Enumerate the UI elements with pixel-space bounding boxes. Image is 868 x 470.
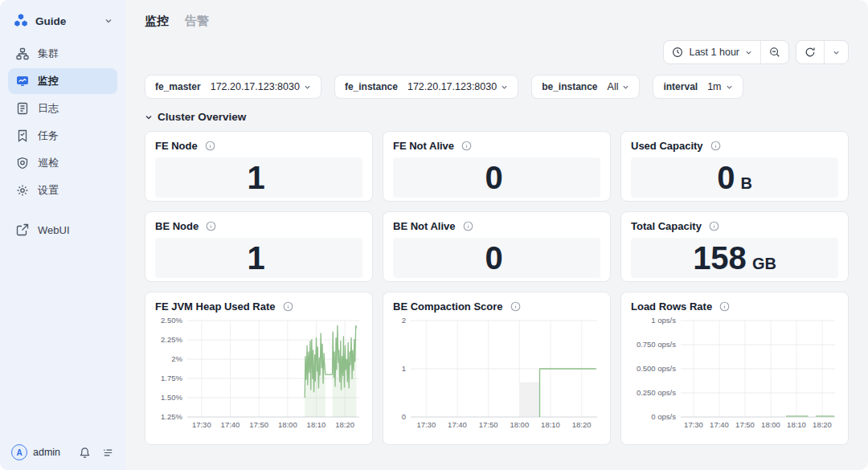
- info-icon[interactable]: [206, 221, 216, 231]
- chevron-down-icon: [304, 84, 311, 91]
- brand-row[interactable]: Guide: [6, 11, 119, 40]
- info-icon[interactable]: [461, 141, 472, 151]
- svg-text:2%: 2%: [171, 354, 182, 363]
- task-icon: [16, 129, 29, 142]
- time-range-control: Last 1 hour: [663, 40, 789, 64]
- stat-value: 158: [693, 242, 747, 274]
- tab-alerts[interactable]: 告警: [185, 14, 209, 29]
- svg-text:2.50%: 2.50%: [161, 316, 182, 325]
- zoom-out-button[interactable]: [761, 41, 788, 63]
- stat-title: Total Capacity: [631, 220, 702, 232]
- user-name[interactable]: admin: [33, 447, 79, 458]
- external-link-icon: [16, 223, 29, 236]
- stat-card-be-not-alive: BE Not Alive 0: [383, 211, 611, 282]
- filter-label: fe_instance: [345, 81, 398, 92]
- svg-text:17:40: 17:40: [221, 420, 240, 429]
- svg-text:17:30: 17:30: [416, 420, 436, 429]
- svg-text:18:00: 18:00: [510, 420, 529, 429]
- section-cluster-overview[interactable]: Cluster Overview: [145, 111, 849, 123]
- svg-text:2: 2: [402, 316, 406, 325]
- info-icon[interactable]: [205, 141, 215, 151]
- sidebar-item-inspection[interactable]: 巡检: [8, 150, 117, 176]
- svg-text:18:20: 18:20: [572, 420, 592, 429]
- fe-jvm-heap-chart[interactable]: 17:3017:4017:5018:0018:1018:202.50%2.25%…: [155, 316, 362, 435]
- time-range-button[interactable]: Last 1 hour: [664, 41, 760, 63]
- svg-text:0: 0: [402, 412, 406, 421]
- filter-label: interval: [663, 81, 698, 92]
- refresh-interval-button[interactable]: [825, 41, 848, 63]
- filter-fe-instance[interactable]: fe_instance 172.20.17.123:8030: [334, 75, 518, 99]
- stat-value: 0: [485, 242, 502, 274]
- info-icon[interactable]: [283, 301, 293, 312]
- menu-list-icon[interactable]: [102, 447, 114, 459]
- filter-value: 172.20.17.123:8030: [211, 81, 311, 92]
- sidebar-item-logs[interactable]: 日志: [8, 96, 117, 121]
- stat-title: BE Not Alive: [393, 220, 456, 232]
- stat-value: 1: [247, 242, 264, 274]
- svg-text:18:20: 18:20: [813, 420, 832, 429]
- sidebar-item-cluster[interactable]: 集群: [8, 41, 117, 67]
- refresh-control: [796, 40, 849, 64]
- svg-text:17:50: 17:50: [735, 420, 755, 429]
- svg-text:18:10: 18:10: [787, 420, 806, 429]
- chart-card-load-rows: Load Rows Rate 17:3017:4017:5018:0018:10…: [620, 292, 849, 445]
- svg-text:17:30: 17:30: [684, 420, 703, 429]
- stat-value-panel: 1: [155, 238, 362, 278]
- avatar[interactable]: A: [11, 444, 27, 460]
- svg-text:18:10: 18:10: [307, 420, 326, 429]
- stat-card-total-capacity: Total Capacity 158GB: [620, 211, 849, 282]
- info-icon[interactable]: [510, 301, 521, 312]
- sidebar-item-label: 日志: [38, 101, 59, 116]
- filter-value: 172.20.17.123:8030: [407, 81, 508, 92]
- stat-value-panel: 0B: [631, 157, 838, 198]
- svg-text:0.750 ops/s: 0.750 ops/s: [637, 340, 676, 349]
- chevron-down-icon[interactable]: [104, 17, 113, 25]
- section-title: Cluster Overview: [158, 111, 246, 123]
- cluster-icon: [16, 47, 29, 60]
- sidebar-item-label: WebUI: [38, 224, 70, 236]
- chevron-down-icon: [501, 84, 508, 91]
- svg-text:18:00: 18:00: [761, 420, 780, 429]
- svg-text:1 ops/s: 1 ops/s: [651, 316, 676, 325]
- filter-label: be_instance: [542, 81, 597, 92]
- stat-value: 0: [717, 161, 735, 194]
- bell-icon[interactable]: [79, 447, 91, 459]
- stat-title: BE Node: [155, 220, 199, 232]
- svg-text:17:40: 17:40: [710, 420, 729, 429]
- filter-fe-master[interactable]: fe_master 172.20.17.123:8030: [145, 75, 321, 99]
- chart-title: Load Rows Rate: [631, 300, 712, 313]
- chart-title: BE Compaction Score: [393, 300, 503, 313]
- be-compaction-chart[interactable]: 17:3017:4017:5018:0018:1018:20210: [393, 316, 600, 435]
- chart-card-be-compaction: BE Compaction Score 17:3017:4017:5018:00…: [383, 292, 611, 445]
- filter-interval[interactable]: interval 1m: [653, 75, 743, 99]
- toolbar: Last 1 hour: [145, 40, 849, 64]
- info-icon[interactable]: [463, 221, 473, 231]
- svg-text:1.50%: 1.50%: [161, 393, 182, 402]
- filter-be-instance[interactable]: be_instance All: [531, 75, 640, 99]
- info-icon[interactable]: [710, 141, 721, 151]
- sidebar-item-settings[interactable]: 设置: [8, 178, 117, 203]
- svg-text:1: 1: [402, 364, 406, 373]
- info-icon[interactable]: [719, 301, 730, 312]
- load-rows-chart[interactable]: 17:3017:4017:5018:0018:1018:201 ops/s0.7…: [631, 316, 838, 435]
- sidebar-item-tasks[interactable]: 任务: [8, 123, 117, 149]
- info-icon[interactable]: [709, 221, 719, 231]
- chevron-down-icon: [745, 49, 752, 56]
- svg-text:0.500 ops/s: 0.500 ops/s: [637, 364, 676, 373]
- filter-bar: fe_master 172.20.17.123:8030 fe_instance…: [145, 75, 849, 99]
- stat-card-be-node: BE Node 1: [145, 211, 373, 282]
- sidebar-item-monitor[interactable]: 监控: [8, 68, 117, 94]
- app-window: Guide 集群 监控 日志 任务: [0, 0, 868, 470]
- log-icon: [16, 102, 29, 115]
- clock-icon: [672, 47, 683, 58]
- sidebar-item-label: 集群: [38, 47, 59, 61]
- refresh-button[interactable]: [796, 41, 824, 63]
- chevron-down-icon: [622, 84, 629, 91]
- tab-monitor[interactable]: 监控: [145, 14, 169, 29]
- sidebar-item-label: 监控: [38, 74, 59, 88]
- stat-card-fe-not-alive: FE Not Alive 0: [383, 131, 611, 202]
- chart-card-fe-jvm-heap: FE JVM Heap Used Rate 17:3017:4017:5018:…: [145, 292, 373, 445]
- sidebar-item-webui[interactable]: WebUI: [8, 217, 117, 243]
- stat-title: FE Not Alive: [393, 140, 454, 152]
- stat-unit: GB: [752, 255, 776, 273]
